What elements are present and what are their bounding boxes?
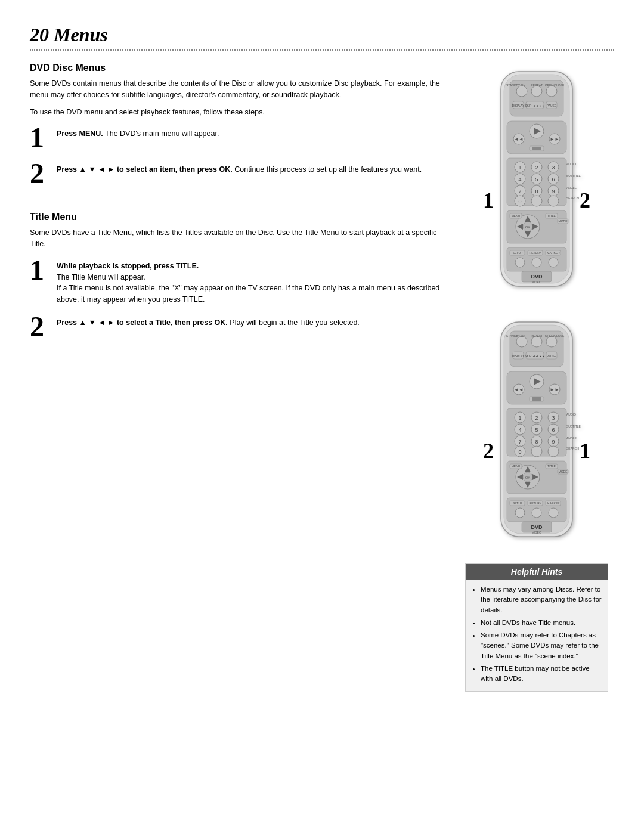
- svg-point-48: [531, 196, 542, 206]
- hint-item-1: Menus may vary among Discs. Refer to the…: [481, 584, 602, 615]
- title-step-2-content: Press ▲ ▼ ◄ ► to select a Title, then pr…: [57, 312, 360, 329]
- title-step-1-number: 1: [30, 256, 51, 284]
- svg-text:7: 7: [518, 188, 521, 194]
- hint-item-2: Not all DVDs have Title menus.: [481, 618, 602, 628]
- svg-point-4: [531, 86, 542, 97]
- left-column: DVD Disc Menus Some DVDs contain menus t…: [30, 63, 447, 692]
- dvd-steps: 1 Press MENU. The DVD's main menu will a…: [30, 123, 447, 188]
- svg-text:VIDEO: VIDEO: [532, 531, 541, 534]
- svg-point-83: [546, 336, 557, 347]
- svg-text:MARKER: MARKER: [547, 251, 560, 255]
- svg-text:VIDEO: VIDEO: [532, 280, 541, 284]
- svg-text:REPEAT: REPEAT: [531, 83, 543, 87]
- dvd-step-2-text: Continue this process to set up all the …: [234, 165, 422, 174]
- page-title: 20 Menus: [30, 24, 614, 46]
- svg-text:5: 5: [535, 427, 538, 433]
- svg-text:8: 8: [535, 439, 538, 445]
- title-step-1-text1: The Title Menu will appear.: [57, 273, 145, 281]
- remote-1-wrapper: 1 2 STANDBY·ON REPEAT OPEN/CLOSE: [489, 69, 584, 295]
- svg-text:AUDIO: AUDIO: [566, 413, 576, 416]
- svg-text:REPEAT: REPEAT: [531, 334, 543, 337]
- title-steps: 1 While playback is stopped, press TITLE…: [30, 256, 447, 341]
- svg-point-127: [548, 446, 559, 457]
- title-step-1-text2: If a Title menu is not available, the "X…: [57, 284, 439, 304]
- svg-text:PAUSE: PAUSE: [547, 104, 557, 107]
- svg-text:0: 0: [518, 449, 521, 455]
- dvd-disc-menus-desc2: To use the DVD menu and select playback …: [30, 107, 447, 118]
- title-menu-section: Title Menu Some DVDs have a Title Menu, …: [30, 212, 447, 341]
- dvd-step-1: 1 Press MENU. The DVD's main menu will a…: [30, 123, 447, 152]
- hint-item-4: The TITLE button may not be active with …: [481, 664, 602, 685]
- dvd-disc-menus-desc1: Some DVDs contain menus that describe th…: [30, 78, 447, 101]
- hint-item-3: Some DVDs may refer to Chapters as "scen…: [481, 630, 602, 661]
- svg-text:►►: ►►: [550, 387, 559, 392]
- dvd-step-1-text: The DVD's main menu will appear.: [105, 129, 219, 138]
- svg-text:DVD: DVD: [531, 274, 543, 280]
- svg-text:6: 6: [552, 176, 555, 182]
- main-layout: DVD Disc Menus Some DVDs contain menus t…: [30, 63, 614, 692]
- svg-text:SETUP: SETUP: [513, 251, 523, 255]
- svg-point-82: [531, 336, 542, 347]
- svg-text:DVD: DVD: [531, 524, 543, 530]
- svg-text:3: 3: [552, 415, 555, 421]
- svg-text:TITLE: TITLE: [547, 465, 556, 468]
- svg-text:OK: OK: [525, 225, 531, 229]
- svg-text:OPEN/CLOSE: OPEN/CLOSE: [545, 334, 565, 337]
- dvd-step-2-number: 2: [30, 159, 51, 188]
- right-column: 1 2 STANDBY·ON REPEAT OPEN/CLOSE: [459, 63, 614, 692]
- svg-text:MODE: MODE: [559, 470, 568, 473]
- title-step-1: 1 While playback is stopped, press TITLE…: [30, 256, 447, 305]
- svg-text:0: 0: [518, 199, 521, 205]
- helpful-hints-box: Helpful Hints Menus may vary among Discs…: [465, 563, 608, 692]
- title-step-2-text: Play will begin at the Title you selecte…: [230, 318, 359, 327]
- dvd-step-2: 2 Press ▲ ▼ ◄ ► to select an item, then …: [30, 159, 447, 188]
- svg-point-72: [515, 258, 525, 267]
- svg-text:STANDBY·ON: STANDBY·ON: [506, 334, 526, 337]
- title-step-2: 2 Press ▲ ▼ ◄ ► to select a Title, then …: [30, 312, 447, 341]
- dvd-step-2-content: Press ▲ ▼ ◄ ► to select an item, then pr…: [57, 159, 422, 175]
- svg-text:OPEN/CLOSE: OPEN/CLOSE: [545, 83, 565, 87]
- svg-text:SEARCH: SEARCH: [566, 447, 579, 450]
- svg-text:RETURN: RETURN: [530, 501, 542, 505]
- svg-text:DISPLAY: DISPLAY: [512, 354, 525, 358]
- svg-point-150: [515, 508, 525, 518]
- svg-text:6: 6: [552, 427, 555, 433]
- svg-text:1: 1: [518, 165, 521, 171]
- svg-text:►►: ►►: [550, 137, 559, 142]
- helpful-hints-content: Menus may vary among Discs. Refer to the…: [466, 580, 608, 691]
- dvd-step-1-number: 1: [30, 123, 51, 152]
- svg-text:ANGLE: ANGLE: [566, 186, 577, 190]
- svg-text:SUBTITLE: SUBTITLE: [566, 174, 581, 178]
- remote-2-wrapper: 2 1 STANDBY·ON REPEAT OPEN/CLOSE DISPLAY…: [489, 319, 584, 546]
- svg-text:2: 2: [535, 415, 538, 421]
- svg-text:4: 4: [518, 427, 521, 433]
- svg-text:4: 4: [518, 176, 521, 182]
- svg-text:AUDIO: AUDIO: [566, 162, 576, 166]
- svg-text:MENU: MENU: [512, 465, 521, 468]
- svg-point-151: [532, 508, 541, 518]
- svg-text:1: 1: [518, 415, 521, 421]
- svg-text:SUBTITLE: SUBTITLE: [566, 425, 581, 428]
- svg-text:SEARCH: SEARCH: [566, 196, 579, 200]
- title-menu-title: Title Menu: [30, 212, 447, 222]
- svg-text:MARKER: MARKER: [547, 501, 560, 505]
- title-menu-desc: Some DVDs have a Title Menu, which lists…: [30, 227, 447, 250]
- svg-text:TITLE: TITLE: [547, 214, 556, 218]
- svg-point-81: [516, 336, 527, 347]
- title-step-1-bold: While playback is stopped, press TITLE.: [57, 262, 199, 270]
- divider: [30, 49, 614, 51]
- svg-point-49: [548, 196, 559, 206]
- svg-text:7: 7: [518, 439, 521, 445]
- svg-point-126: [531, 446, 542, 457]
- svg-text:SKIP ◄◄  ►►: SKIP ◄◄ ►►: [525, 104, 545, 107]
- svg-text:OK: OK: [525, 476, 531, 479]
- svg-text:ANGLE: ANGLE: [566, 436, 577, 440]
- dvd-step-1-bold: Press MENU.: [57, 129, 103, 138]
- dvd-disc-menus-section: DVD Disc Menus Some DVDs contain menus t…: [30, 63, 447, 188]
- svg-point-73: [532, 258, 541, 267]
- svg-rect-23: [532, 147, 541, 150]
- svg-text:2: 2: [535, 165, 538, 171]
- svg-text:RETURN: RETURN: [530, 251, 542, 255]
- title-step-2-bold: Press ▲ ▼ ◄ ► to select a Title, then pr…: [57, 318, 228, 327]
- svg-text:◄◄: ◄◄: [514, 387, 524, 392]
